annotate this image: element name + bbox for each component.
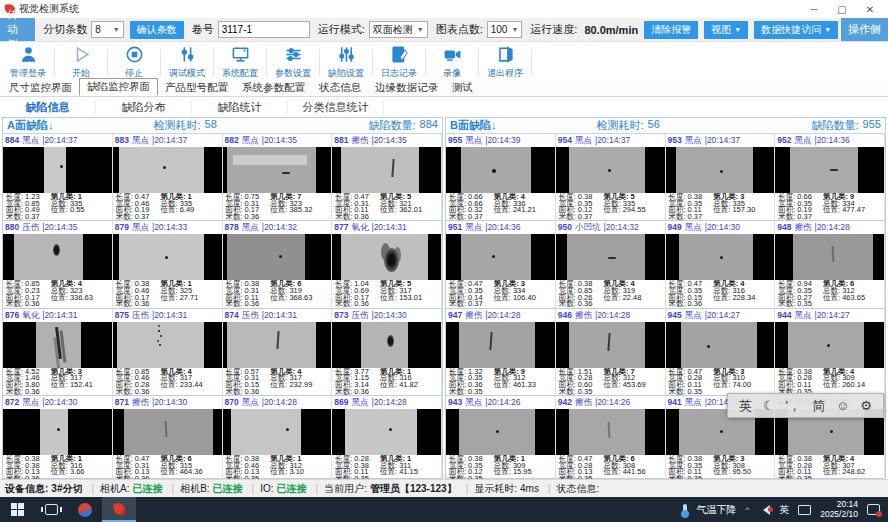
panel-title[interactable]: B面缺陷↓ (450, 118, 597, 133)
defect-cell[interactable]: 876氧化|20:14:31长度:4.52宽度:1.46面积:3.80米数:0.… (3, 309, 113, 396)
defect-thumbnail[interactable] (332, 147, 441, 193)
defect-thumbnail[interactable] (775, 234, 884, 280)
sub-tab-0[interactable]: 缺陷信息 (0, 100, 96, 115)
taskbar-clock[interactable]: 20:14 2025/2/10 (820, 500, 858, 519)
ime-lang-en[interactable]: 英 (739, 397, 752, 415)
defect-cell[interactable]: 882黑点|20:14:35长度:0.75宽度:0.31面积:0.17米数:0.… (223, 134, 333, 221)
toolbar-button-log-book[interactable]: 日志记录 (373, 43, 425, 81)
defect-thumbnail[interactable] (113, 234, 222, 280)
defect-thumbnail[interactable] (3, 234, 112, 280)
ime-simplified[interactable]: 简 (812, 397, 825, 415)
defect-thumbnail[interactable] (3, 322, 112, 368)
maximize-button[interactable]: ▢ (828, 4, 856, 15)
toolbar-button-video-camera[interactable]: 录像 (426, 43, 478, 81)
defect-cell[interactable]: 946擦伤|20:14:28长度:1.51宽度:0.28面积:0.60米数:0.… (556, 309, 666, 396)
toolbar-button-monitor[interactable]: 系统配置 (214, 43, 266, 81)
volume-icon[interactable] (758, 505, 770, 515)
taskbar-app-1[interactable] (68, 497, 102, 522)
defect-cell[interactable]: 947擦伤|20:14:28长度:1.32宽度:0.35面积:0.36米数:0.… (446, 309, 556, 396)
toolbar-button-defect-sliders[interactable]: 缺陷设置 (320, 43, 372, 81)
defect-thumbnail[interactable] (446, 147, 555, 193)
confirm-count-button[interactable]: 确认条数 (130, 21, 184, 39)
defect-thumbnail[interactable] (446, 409, 555, 455)
main-tab-6[interactable]: 测试 (445, 80, 480, 96)
panel-title[interactable]: A面缺陷↓ (7, 118, 154, 133)
slit-count-select[interactable]: 8▼ (91, 21, 123, 38)
view-menu-button[interactable]: 视图▼ (704, 21, 748, 39)
defect-cell[interactable]: 942擦伤|20:14:26长度:0.47宽度:0.28面积:0.13米数:0.… (556, 396, 666, 483)
defect-cell[interactable]: 874压伤|20:14:31长度:0.57宽度:0.31面积:0.15米数:0.… (223, 309, 333, 396)
roll-number-input[interactable] (218, 21, 310, 38)
defect-cell[interactable]: 945黑点|20:14:27长度:0.47宽度:0.28面积:0.11米数:0.… (666, 309, 776, 396)
main-tab-0[interactable]: 尺寸监控界面 (2, 80, 79, 96)
main-tab-4[interactable]: 状态信息 (312, 80, 368, 96)
keyboard-icon[interactable] (798, 505, 811, 515)
action-center-icon[interactable] (867, 504, 880, 515)
defect-cell[interactable]: 869黑点|20:14:28长度:0.28宽度:0.38面积:0.11米数:0.… (332, 396, 442, 483)
defect-thumbnail[interactable] (666, 147, 775, 193)
defect-thumbnail[interactable] (775, 147, 884, 193)
defect-thumbnail[interactable] (775, 322, 884, 368)
start-button[interactable] (0, 497, 34, 522)
defect-cell[interactable]: 954黑点|20:14:37长度:0.38宽度:0.35面积:0.12米数:0.… (556, 134, 666, 221)
defect-cell[interactable]: 944黑点|20:14:27长度:0.38宽度:0.28面积:0.11米数:0.… (775, 309, 885, 396)
defect-thumbnail[interactable] (666, 234, 775, 280)
defect-cell[interactable]: 953黑点|20:14:37长度:0.38宽度:0.35面积:0.11米数:0.… (666, 134, 776, 221)
defect-thumbnail[interactable] (223, 322, 332, 368)
ime-settings-icon[interactable]: ⚙ (860, 398, 872, 413)
defect-cell[interactable]: 870黑点|20:14:28长度:0.38宽度:0.46面积:0.13米数:0.… (223, 396, 333, 483)
defect-cell[interactable]: 951黑点|20:14:36长度:0.47宽度:0.35面积:0.14米数:0.… (446, 221, 556, 308)
defect-cell[interactable]: 952黑点|20:14:36长度:0.66宽度:0.35面积:0.19米数:0.… (775, 134, 885, 221)
toolbar-button-stop[interactable]: 停止 (108, 43, 160, 81)
defect-thumbnail[interactable] (113, 322, 222, 368)
defect-thumbnail[interactable] (556, 147, 665, 193)
defect-cell[interactable]: 873压伤|20:14:30长度:3.77宽度:1.15面积:3.14米数:0.… (332, 309, 442, 396)
defect-cell[interactable]: 877氧化|20:14:31长度:1.04宽度:0.69面积:0.17米数:0.… (332, 221, 442, 308)
ime-punct-icon[interactable]: '， (786, 397, 801, 415)
defect-cell[interactable]: 948擦伤|20:14:28长度:0.94宽度:0.35面积:0.27米数:0.… (775, 221, 885, 308)
main-tab-3[interactable]: 系统参数配置 (235, 80, 312, 96)
toolbar-button-params-sliders[interactable]: 参数设置 (267, 43, 319, 81)
defect-thumbnail[interactable] (556, 409, 665, 455)
defect-thumbnail[interactable] (556, 234, 665, 280)
defect-thumbnail[interactable] (446, 234, 555, 280)
defect-thumbnail[interactable] (446, 322, 555, 368)
main-tab-2[interactable]: 产品型号配置 (158, 80, 235, 96)
close-button[interactable]: ✕ (856, 4, 884, 15)
weather-text[interactable]: 气温下降 (696, 503, 736, 517)
defect-cell[interactable]: 949黑点|20:14:30长度:0.47宽度:0.35面积:0.15米数:0.… (666, 221, 776, 308)
defect-cell[interactable]: 878黑点|20:14:32长度:0.38宽度:0.31面积:0.11米数:0.… (223, 221, 333, 308)
defect-cell[interactable]: 880压伤|20:14:35长度:0.85宽度:0.23面积:0.17米数:0.… (3, 221, 113, 308)
defect-thumbnail[interactable] (3, 409, 112, 455)
defect-thumbnail[interactable] (332, 409, 441, 455)
data-shortcut-menu-button[interactable]: 数据快捷访问▼ (754, 21, 838, 39)
defect-cell[interactable]: 875压伤|20:14:31长度:0.85宽度:0.46面积:0.28米数:0.… (113, 309, 223, 396)
sub-tab-3[interactable]: 分类信息统计 (288, 100, 384, 115)
defect-cell[interactable]: 943黑点|20:14:26长度:0.38宽度:0.35面积:0.12米数:0.… (446, 396, 556, 483)
defect-thumbnail[interactable] (113, 147, 222, 193)
defect-thumbnail[interactable] (223, 234, 332, 280)
defect-cell[interactable]: 871擦伤|20:14:30长度:0.47宽度:0.31面积:0.13米数:0.… (113, 396, 223, 483)
defect-cell[interactable]: 950小凹坑|20:14:32长度:0.38宽度:0.85面积:0.26米数:0… (556, 221, 666, 308)
main-tab-1[interactable]: 缺陷监控界面 (79, 78, 158, 96)
defect-cell[interactable]: 879黑点|20:14:33长度:0.38宽度:0.46面积:0.17米数:0.… (113, 221, 223, 308)
clear-alarm-button[interactable]: 清除报警 (644, 21, 698, 39)
ime-moon-icon[interactable]: ☾ (763, 398, 775, 413)
defect-thumbnail[interactable] (223, 409, 332, 455)
run-mode-select[interactable]: 双面检测▼ (369, 21, 428, 38)
defect-thumbnail[interactable] (332, 234, 441, 280)
toolbar-button-debug-sliders[interactable]: 调试模式 (161, 43, 213, 81)
defect-cell[interactable]: 883黑点|20:14:37长度:0.47宽度:0.46面积:0.19米数:0.… (113, 134, 223, 221)
task-view-button[interactable] (34, 497, 68, 522)
toolbar-button-play[interactable]: 开始 (55, 43, 107, 81)
defect-thumbnail[interactable] (666, 322, 775, 368)
hidden-icons-chevron[interactable]: ^ (745, 505, 749, 514)
ime-language-indicator[interactable]: 英 (779, 503, 789, 517)
defect-cell[interactable]: 884黑点|20:14:37长度:1.23宽度:0.85面积:0.49米数:0.… (3, 134, 113, 221)
defect-thumbnail[interactable] (113, 409, 222, 455)
ime-smiley-icon[interactable]: ☺ (836, 398, 849, 413)
taskbar-app-active[interactable] (102, 497, 136, 522)
sub-tab-1[interactable]: 缺陷分布 (96, 100, 192, 115)
minimize-button[interactable]: ─ (800, 4, 828, 15)
defect-thumbnail[interactable] (3, 147, 112, 193)
